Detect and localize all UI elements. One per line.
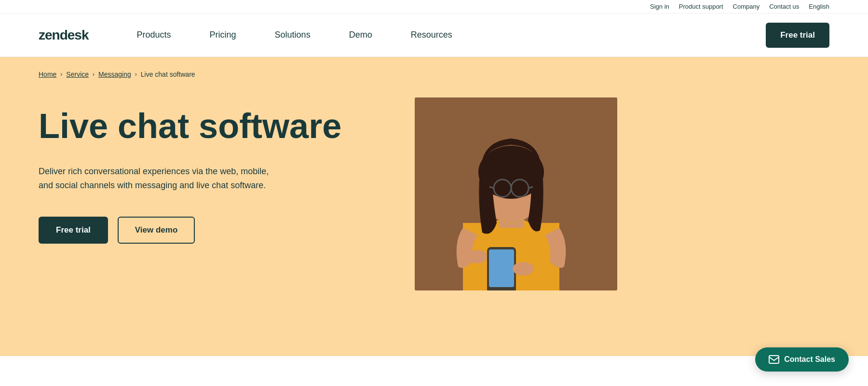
breadcrumb-messaging[interactable]: Messaging [98, 70, 131, 78]
logo[interactable]: zendesk [39, 28, 89, 43]
hero-section: Home › Service › Messaging › Live chat s… [0, 57, 868, 356]
breadcrumb-separator-2: › [93, 71, 95, 78]
sign-in-link[interactable]: Sign in [650, 3, 669, 10]
nav-items: Products Pricing Solutions Demo Resource… [118, 14, 766, 57]
hero-title: Live chat software [39, 107, 376, 145]
hero-image [415, 97, 617, 290]
hero-free-trial-button[interactable]: Free trial [39, 217, 108, 244]
company-link[interactable]: Company [733, 3, 760, 10]
breadcrumb-home[interactable]: Home [39, 70, 56, 78]
utility-bar: Sign in Product support Company Contact … [0, 0, 868, 14]
nav-item-pricing[interactable]: Pricing [190, 14, 256, 57]
nav-free-trial-button[interactable]: Free trial [766, 23, 829, 48]
language-link[interactable]: English [809, 3, 829, 10]
hero-description: Deliver rich conversational experiences … [39, 165, 280, 193]
hero-view-demo-button[interactable]: View demo [118, 217, 195, 244]
nav-item-products[interactable]: Products [118, 14, 190, 57]
hero-buttons: Free trial View demo [39, 217, 376, 244]
breadcrumb-service[interactable]: Service [66, 70, 89, 78]
breadcrumb-separator-3: › [135, 71, 137, 78]
email-icon [769, 355, 779, 364]
hero-illustration [415, 97, 617, 290]
contact-us-link[interactable]: Contact us [769, 3, 799, 10]
svg-rect-13 [489, 249, 514, 287]
main-nav: zendesk Products Pricing Solutions Demo … [0, 14, 868, 57]
hero-text: Live chat software Deliver rich conversa… [39, 97, 376, 244]
breadcrumb-separator-1: › [60, 71, 62, 78]
svg-rect-16 [769, 356, 779, 363]
nav-item-solutions[interactable]: Solutions [256, 14, 330, 57]
hero-content: Live chat software Deliver rich conversa… [39, 97, 829, 290]
contact-sales-label: Contact Sales [784, 355, 835, 364]
nav-item-resources[interactable]: Resources [392, 14, 472, 57]
bottom-section: A guide to the 15 best live chat [0, 356, 868, 386]
product-support-link[interactable]: Product support [679, 3, 723, 10]
breadcrumb-current: Live chat software [141, 70, 195, 78]
breadcrumb: Home › Service › Messaging › Live chat s… [39, 57, 829, 97]
hero-image-placeholder [415, 97, 617, 290]
nav-item-demo[interactable]: Demo [330, 14, 392, 57]
contact-sales-button[interactable]: Contact Sales [755, 347, 849, 372]
svg-point-14 [468, 250, 487, 263]
svg-point-15 [513, 262, 534, 276]
